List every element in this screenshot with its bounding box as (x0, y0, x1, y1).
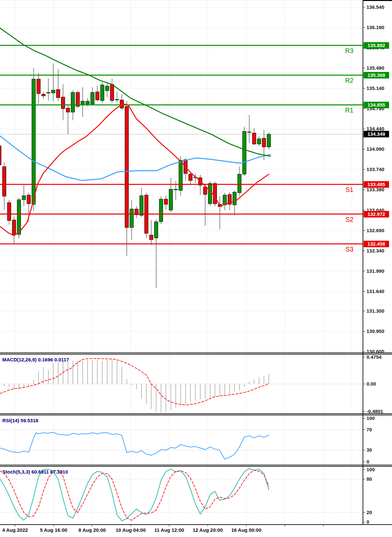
macd-axis-label: -0.4801 (367, 408, 383, 414)
price-axis-label: 136.540 (367, 4, 384, 10)
price-axis-label: 131.640 (367, 288, 384, 294)
level-price-tag-s1: 133.485 (364, 181, 389, 188)
candle-body (262, 138, 266, 147)
stoch-signal-line (0, 470, 269, 520)
level-label-r3: R3 (314, 47, 353, 54)
ma-slow-green-line (0, 28, 270, 156)
candle-body (61, 97, 65, 109)
rsi-axis-label: 70 (367, 427, 372, 433)
candle-body (115, 99, 119, 100)
price-axis-label: 130.950 (367, 328, 384, 334)
level-price-tag-s3: 132.458 (364, 241, 389, 247)
rsi-axis-label: 0 (367, 459, 369, 465)
level-price-tag-r3: 135.882 (364, 42, 389, 49)
candle-body (208, 183, 212, 204)
price-axis-label: 131.990 (367, 268, 384, 274)
candle-body (101, 85, 104, 101)
stoch-axis-label: 100 (367, 467, 375, 473)
candle-body (22, 196, 26, 199)
macd-signal-line (0, 358, 269, 405)
candle-body (76, 93, 80, 107)
price-axis-label: 134.090 (367, 146, 384, 152)
level-label-s2: S2 (314, 216, 353, 223)
rsi-axis-label: 30 (367, 447, 372, 453)
candle-body (238, 174, 241, 193)
candle-body (42, 94, 45, 96)
rsi-axis-label: 100 (367, 415, 375, 421)
level-price-tag-r1: 134.855 (364, 102, 389, 108)
trading-chart-window: MACD(12,26,9) 0.1696 0.0117 RSI(14) 59.5… (0, 0, 392, 537)
candle-body (253, 133, 256, 144)
price-axis-label: 136.190 (367, 25, 384, 30)
stoch-axis-label: 20 (367, 510, 372, 515)
rsi-indicator-label: RSI(14) 59.5318 (2, 418, 38, 423)
candle-body (86, 101, 90, 104)
candle-body (32, 79, 36, 204)
candle-body (140, 196, 143, 215)
stoch-axis-label: 80 (367, 476, 372, 482)
stoch-axis-label: 0 (367, 519, 369, 525)
candle-body (47, 93, 50, 93)
candle-body (189, 174, 192, 181)
candle-body (243, 131, 246, 174)
candle-body (110, 84, 114, 101)
candle-body (12, 220, 16, 234)
price-axis-label: 133.740 (367, 166, 384, 172)
candle-body (130, 209, 134, 228)
price-axis-label: 133.390 (367, 187, 384, 193)
candle-body (257, 139, 261, 144)
candle-body (150, 235, 153, 240)
price-axis-label: 135.490 (367, 65, 384, 71)
candle-body (155, 222, 158, 238)
candle-body (179, 160, 183, 190)
price-axis-label: 132.340 (367, 248, 384, 254)
candle-body (204, 187, 207, 195)
price-axis-label: 131.300 (367, 308, 384, 314)
price-axis-label: 135.140 (367, 85, 384, 91)
level-price-tag-r2: 135.368 (364, 72, 389, 78)
macd-axis-label: 0.00 (367, 381, 376, 387)
macd-indicator-label: MACD(12,26,9) 0.1696 0.0117 (2, 357, 69, 362)
candle-body (71, 93, 75, 112)
price-axis-label: 130.600 (367, 349, 384, 355)
candle-body (248, 132, 251, 132)
level-label-r1: R1 (314, 107, 353, 114)
candle-body (27, 195, 31, 204)
candle-body (66, 108, 70, 112)
candle-body (233, 192, 237, 205)
candle-body (106, 86, 109, 91)
candle-body (8, 203, 11, 221)
candle-body (57, 90, 60, 98)
candle-body (169, 189, 173, 210)
ma-mid-red-line (0, 104, 269, 235)
candle-body (125, 106, 129, 228)
rsi-line (0, 432, 269, 459)
candle-body (267, 134, 271, 147)
candle-body (213, 183, 217, 204)
macd-axis-label: 0.4754 (367, 354, 382, 360)
candle-body (3, 167, 6, 196)
candle-body (159, 199, 163, 222)
current-price-tag: 134.349 (364, 131, 389, 137)
candle-body (174, 189, 178, 190)
level-label-s3: S3 (314, 246, 353, 253)
candle-body (164, 199, 168, 204)
level-label-r2: R2 (314, 77, 353, 84)
price-axis-label: 132.690 (367, 228, 384, 234)
stoch-indicator-label: Stoch(5,3,3) 60.6911 67.3910 (2, 469, 68, 475)
candle-body (37, 79, 41, 94)
stoch-main-line (0, 469, 269, 521)
level-label-s1: S1 (314, 186, 353, 193)
ma-fast-blue-line (0, 136, 270, 181)
candle-body (91, 93, 94, 104)
candle-body (52, 90, 55, 93)
candle-body (0, 146, 1, 165)
candle-body (96, 92, 99, 100)
level-price-tag-s2: 132.972 (364, 211, 389, 217)
time-axis-label: 16 Aug 00:00 (223, 527, 269, 533)
candle-body (17, 200, 21, 234)
